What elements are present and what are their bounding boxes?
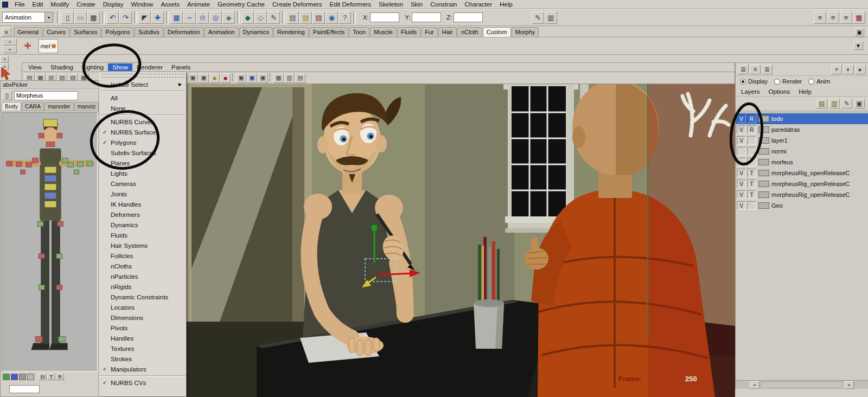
main-menu-item[interactable]: Window <box>127 1 157 8</box>
show-menu-item[interactable]: Follicles <box>100 251 186 261</box>
show-menu-item[interactable]: ✓ NURBS Surfaces <box>100 127 186 137</box>
shelf-scroll-left-icon[interactable]: « <box>3 39 17 46</box>
toolbar-icon[interactable] <box>353 11 356 23</box>
show-menu-item[interactable]: Subdiv Surfaces <box>100 148 186 158</box>
layer-color-swatch[interactable] <box>758 148 769 155</box>
shelf-tab[interactable]: Rendering <box>273 27 309 37</box>
show-menu-item[interactable]: Dynamic Constraints <box>100 292 186 302</box>
grid-toggle-icon[interactable]: ▦ <box>273 73 284 83</box>
show-menu-item[interactable]: Dynamics <box>100 220 186 230</box>
shelf-tab[interactable]: Curves <box>43 27 69 37</box>
show-menu-item[interactable]: Lights <box>100 168 186 178</box>
move-layer-up-icon[interactable]: ▤ <box>816 99 827 108</box>
layer-row[interactable]: normi <box>736 146 868 157</box>
layer-color-swatch[interactable] <box>758 170 769 176</box>
redo-icon[interactable]: ↷ <box>119 11 132 24</box>
shelf-flower-icon[interactable]: ✚ <box>21 40 34 53</box>
viewport-3d-scene[interactable]: Frame: 250 <box>186 84 735 397</box>
main-menu-item[interactable]: Create <box>73 1 99 8</box>
main-menu-item[interactable]: Edit Deformers <box>326 1 375 8</box>
detail-view-icon[interactable]: ≡ <box>827 11 839 24</box>
select-camera-icon[interactable]: ▣ <box>188 73 198 83</box>
collapse-up-icon[interactable]: « <box>1 56 9 63</box>
move-layer-down-icon[interactable]: ▥ <box>829 99 840 108</box>
main-menu-item[interactable]: Animate <box>183 1 214 8</box>
snap-grid-icon[interactable]: ▦ <box>170 11 183 24</box>
layer-visibility-toggle[interactable]: V <box>737 114 746 123</box>
layer-type-toggle[interactable]: R <box>747 114 756 123</box>
shelf-tab[interactable]: General <box>14 27 42 37</box>
layer-color-swatch[interactable] <box>758 191 769 198</box>
picker-tab[interactable]: manoder <box>44 102 73 111</box>
show-menu-item[interactable]: nCloths <box>100 261 186 271</box>
shelf-tab[interactable]: Dynamics <box>239 27 273 37</box>
layer-visibility-toggle[interactable]: V <box>737 136 746 145</box>
shelf-tab[interactable]: Muscle <box>370 27 397 37</box>
layer-visibility-toggle[interactable]: V <box>737 169 746 177</box>
layer-row[interactable]: V layer1 <box>736 135 868 146</box>
render-globe-icon[interactable]: ◉ <box>326 11 338 24</box>
construction-history-icon[interactable]: ✎ <box>267 11 280 24</box>
main-menu-item[interactable]: File <box>11 1 29 8</box>
show-menu-item[interactable]: Locators <box>100 302 186 312</box>
panel-menu-item[interactable]: Renderer <box>132 63 167 71</box>
layer-type-toggle[interactable]: T <box>747 169 756 177</box>
show-menu-item[interactable]: Cameras <box>100 178 186 189</box>
scroll-right-icon[interactable]: » <box>844 381 854 389</box>
layer-type-toggle[interactable]: R <box>747 125 756 134</box>
shelf-tab[interactable]: Surfaces <box>70 27 101 37</box>
show-menu-item[interactable]: nParticles <box>100 271 186 281</box>
show-menu-item[interactable]: NURBS Curves <box>100 117 186 127</box>
open-scene-icon[interactable]: ▭ <box>74 11 87 24</box>
shelf-tab[interactable]: PaintEffects <box>309 27 349 37</box>
panel-menu-item[interactable]: Panels <box>167 63 195 71</box>
layer-color-swatch[interactable] <box>758 126 769 133</box>
layer-row[interactable]: morfeus <box>736 157 868 168</box>
shelf-scroll-right-icon[interactable]: » <box>3 46 17 53</box>
layer-color-swatch[interactable] <box>758 137 769 144</box>
scroll-left-icon[interactable]: « <box>750 381 760 389</box>
layer-row[interactable]: V R todo <box>736 113 868 124</box>
layer-color-swatch[interactable] <box>758 181 769 187</box>
show-menu-item[interactable]: Planes <box>100 158 186 168</box>
layer-visibility-toggle[interactable] <box>737 147 746 156</box>
show-menu-item[interactable]: Strokes <box>100 354 186 364</box>
toolbar-icon[interactable] <box>166 11 169 23</box>
layer-editor-menu-item[interactable]: Layers <box>737 88 764 95</box>
chevron-down-icon[interactable]: ▼ <box>44 12 53 22</box>
shelf-tab[interactable]: Deformation <box>164 27 204 37</box>
layer-visibility-toggle[interactable] <box>737 158 746 167</box>
attribute-editor-icon[interactable]: ▦ <box>853 11 865 24</box>
layer-color-swatch[interactable] <box>758 116 769 122</box>
main-menu-item[interactable]: Assets <box>157 1 183 8</box>
panel-menu-item[interactable]: Shading <box>46 63 78 71</box>
show-menu-item[interactable]: Isolate Select ▶ <box>100 79 186 91</box>
coord-y-input[interactable] <box>412 12 441 22</box>
layer-type-toggle[interactable]: T <box>747 190 756 199</box>
show-menu-item[interactable]: nRigids <box>100 281 186 292</box>
panel-menu-item[interactable]: View <box>24 63 46 71</box>
toolbar-icon[interactable] <box>134 11 137 23</box>
resolution-gate-icon[interactable]: ▤ <box>295 73 305 83</box>
picker-mode-button[interactable]: SI <box>39 373 47 380</box>
shelf-tab[interactable]: nCloth <box>457 27 482 37</box>
shelf-tab[interactable]: Hair <box>438 27 457 37</box>
new-scene-icon[interactable]: ▯ <box>61 11 74 24</box>
toolbar-icon[interactable] <box>237 11 240 23</box>
layer-row[interactable]: V R paredatras <box>736 124 868 135</box>
picker-tab[interactable]: manoiz <box>74 102 99 111</box>
make-live-icon[interactable]: ◈ <box>222 11 235 24</box>
show-menu-item[interactable]: None <box>100 103 186 115</box>
expand-panel-icon[interactable]: ▸ <box>855 65 866 74</box>
list-view-icon[interactable]: ≡ <box>814 11 826 24</box>
main-menu-item[interactable]: Constrain <box>426 1 461 8</box>
abxpicker-titlebar[interactable]: abxPicker <box>1 81 99 89</box>
outline-view-icon[interactable]: ≡ <box>840 11 852 24</box>
color-swatch[interactable] <box>11 374 18 380</box>
character-name-input[interactable] <box>14 91 78 100</box>
toolbar-icon[interactable] <box>282 11 285 23</box>
shelf-tab[interactable]: Fur <box>421 27 438 37</box>
panel-menu-item[interactable]: Show <box>108 63 132 71</box>
layer-type-toggle[interactable] <box>747 201 756 210</box>
image-plane-icon[interactable]: ▣ <box>236 73 246 83</box>
